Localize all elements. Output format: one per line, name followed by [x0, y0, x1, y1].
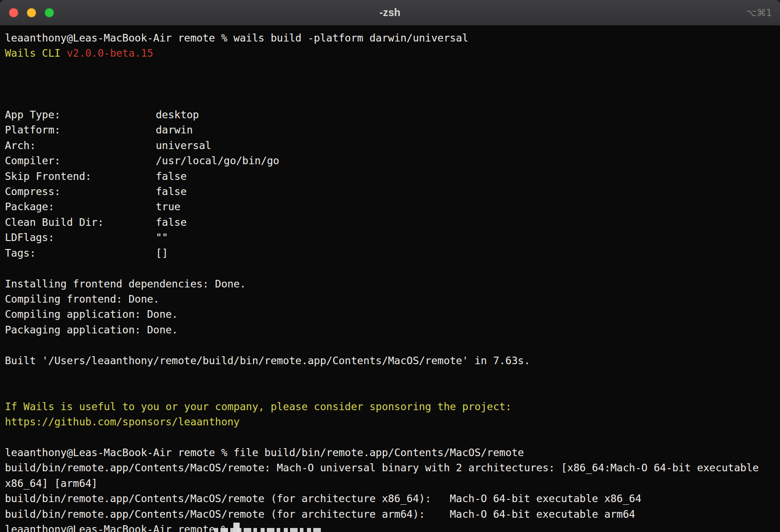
- config-value: true: [156, 201, 180, 212]
- terminal-line: LDFlags:"": [5, 230, 775, 245]
- wails-version: v2.0.0-beta.15: [66, 47, 153, 59]
- terminal-line: Clean Build Dir:false: [5, 215, 775, 230]
- terminal-line: build/bin/remote.app/Contents/MacOS/remo…: [5, 491, 775, 506]
- terminal-line: [5, 430, 775, 445]
- terminal-line: [5, 261, 775, 276]
- config-value: universal: [156, 140, 212, 151]
- config-key: Compiler:: [5, 153, 156, 168]
- minimize-button[interactable]: [27, 8, 36, 17]
- terminal-line: Wails CLI v2.0.0-beta.15: [5, 46, 775, 61]
- window-shortcut-badge: ⌥⌘1: [746, 8, 772, 18]
- config-key: Skip Frontend:: [5, 169, 156, 184]
- window-title: -zsh: [379, 7, 400, 19]
- file-output: build/bin/remote.app/Contents/MacOS/remo…: [5, 493, 641, 504]
- terminal-line: Tags:[]: [5, 245, 775, 261]
- status-line: Installing frontend dependencies: Done.: [5, 278, 246, 290]
- config-value: false: [156, 170, 187, 182]
- config-value: desktop: [156, 109, 199, 121]
- build-result: Built '/Users/leaanthony/remote/build/bi…: [5, 355, 530, 366]
- terminal-line: x86_64] [arm64]: [5, 476, 775, 491]
- titlebar[interactable]: -zsh ⌥⌘1: [0, 0, 780, 26]
- status-line: Compiling frontend: Done.: [5, 293, 159, 305]
- shell-prompt: leaanthony@Leas-MacBook-Air remote %: [5, 32, 233, 44]
- shell-prompt: leaanthony@Leas-MacBook-Air remote %: [5, 447, 233, 458]
- file-output: x86_64] [arm64]: [5, 478, 98, 489]
- status-line: Compiling application: Done.: [5, 308, 178, 320]
- terminal-line: [5, 337, 775, 353]
- terminal-line: [5, 368, 775, 383]
- file-output: build/bin/remote.app/Contents/MacOS/remo…: [5, 462, 759, 474]
- terminal-line: Package:true: [5, 199, 775, 214]
- terminal-line: Platform:darwin: [5, 122, 775, 137]
- terminal-body[interactable]: leaanthony@Leas-MacBook-Air remote % wai…: [0, 26, 780, 532]
- traffic-lights: [9, 0, 54, 25]
- terminal-line: Arch:universal: [5, 138, 775, 153]
- sponsor-message: If Wails is useful to you or your compan…: [5, 401, 511, 412]
- terminal-line: leaanthony@Leas-MacBook-Air remote % fil…: [5, 445, 775, 460]
- terminal-line: leaanthony@Leas-MacBook-Air remote % wai…: [5, 30, 775, 46]
- terminal-line: Compiling frontend: Done.: [5, 291, 775, 307]
- config-value: []: [156, 247, 168, 259]
- terminal-line: Compress:false: [5, 184, 775, 199]
- config-value: "": [156, 232, 168, 243]
- terminal-line: Compiling application: Done.: [5, 307, 775, 322]
- config-value: /usr/local/go/bin/go: [156, 155, 279, 166]
- config-value: false: [156, 186, 187, 197]
- close-button[interactable]: [9, 8, 18, 17]
- terminal-line: Installing frontend dependencies: Done.: [5, 276, 775, 291]
- terminal-line: build/bin/remote.app/Contents/MacOS/remo…: [5, 460, 775, 475]
- terminal-line: [5, 76, 775, 91]
- command: file build/bin/remote.app/Contents/MacOS…: [233, 447, 524, 458]
- config-value: darwin: [156, 124, 193, 136]
- terminal-line: Packaging application: Done.: [5, 322, 775, 337]
- terminal-line: [5, 383, 775, 399]
- terminal-line: App Type:desktop: [5, 107, 775, 122]
- sponsor-link[interactable]: https://github.com/sponsors/leaanthony: [5, 416, 240, 428]
- terminal-line: Skip Frontend:false: [5, 169, 775, 184]
- config-key: Platform:: [5, 122, 156, 137]
- terminal-line: [5, 92, 775, 107]
- status-line: Packaging application: Done.: [5, 324, 178, 336]
- terminal-line: Built '/Users/leaanthony/remote/build/bi…: [5, 353, 775, 368]
- terminal-line: build/bin/remote.app/Contents/MacOS/remo…: [5, 507, 775, 522]
- config-key: App Type:: [5, 107, 156, 122]
- wails-cli-label: Wails CLI: [5, 47, 66, 59]
- config-key: Tags:: [5, 245, 156, 261]
- terminal-window: -zsh ⌥⌘1 leaanthony@Leas-MacBook-Air rem…: [0, 0, 780, 532]
- file-output: build/bin/remote.app/Contents/MacOS/remo…: [5, 508, 635, 520]
- shell-prompt: leaanthony@Leas-MacBook-Air remote %: [5, 524, 233, 532]
- config-key: Arch:: [5, 138, 156, 153]
- clipped-scrollback-artifact: [214, 528, 321, 532]
- terminal-line: If Wails is useful to you or your compan…: [5, 399, 775, 414]
- command: wails build -platform darwin/universal: [233, 32, 468, 44]
- terminal-line: https://github.com/sponsors/leaanthony: [5, 414, 775, 429]
- config-key: Clean Build Dir:: [5, 215, 156, 230]
- terminal-line: Compiler:/usr/local/go/bin/go: [5, 153, 775, 168]
- config-key: LDFlags:: [5, 230, 156, 245]
- config-value: false: [156, 216, 187, 228]
- config-key: Package:: [5, 199, 156, 214]
- terminal-line: leaanthony@Leas-MacBook-Air remote %: [5, 522, 775, 532]
- config-key: Compress:: [5, 184, 156, 199]
- zoom-button[interactable]: [45, 8, 54, 17]
- terminal-line: [5, 61, 775, 76]
